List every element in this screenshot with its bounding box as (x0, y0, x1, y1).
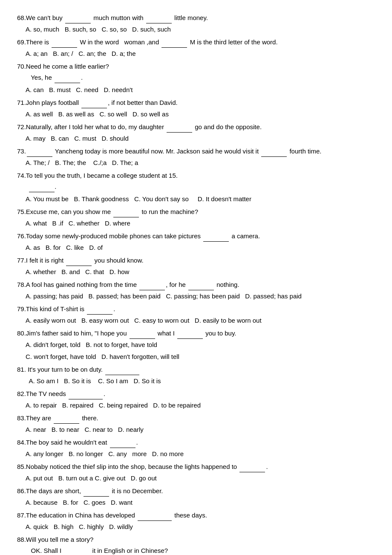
question-70: 70.Need he come a little earlier? Yes, h… (17, 61, 375, 95)
question-75: 75.Excuse me, can you show me to run the… (17, 207, 375, 228)
question-81: 81. It's your turn to be on duty. A. So … (17, 364, 375, 386)
q68-blank2 (146, 13, 172, 23)
question-76: 76.Today some newly-produced mobile phon… (17, 231, 375, 253)
q75-options: A. what B .if C. whether D. where (26, 218, 375, 228)
question-68: 68.We can't buy much mutton with little … (17, 13, 375, 35)
q83-text: 83.They are there. (17, 413, 375, 424)
q80-blank2 (177, 328, 203, 339)
q86-blank (84, 486, 109, 497)
q72-options: A. may B. can C. must D. should (26, 133, 375, 144)
q80-options1: A. didn't forget, told B. not to forget,… (26, 340, 375, 350)
q74-blank-line: . (26, 182, 375, 192)
q84-text: 84.The boy said he wouldn't eat . (17, 437, 375, 448)
q68-options: A. so, much B. such, so C. so, so D. suc… (26, 24, 375, 35)
q88-text: 88.Will you tell me a story? (17, 535, 375, 545)
question-87: 87.The education in China has developed … (17, 510, 375, 532)
q82-text: 82.The TV needs . (17, 389, 375, 399)
q85-options: A. put out B. turn out a C. give out D. … (26, 473, 375, 483)
q74-options: A. You must be B. Thank goodness C. You … (26, 194, 375, 204)
question-82: 82.The TV needs . A. to repair B. repair… (17, 389, 375, 410)
q77-text: 77.I felt it is right you should know. (17, 255, 375, 266)
q78-blank2 (188, 280, 214, 290)
q81-blank (105, 364, 139, 375)
q73-blank2 (261, 146, 287, 157)
q78-options: A. passing; has paid B. passed; has been… (26, 291, 375, 301)
q74-text: 74.To tell you the truth, I became a col… (17, 171, 375, 181)
q84-blank (110, 437, 135, 448)
q73-blank1 (27, 146, 52, 157)
q83-options: A. near B. to near C. near to D. nearly (26, 425, 375, 435)
q85-blank (239, 462, 265, 472)
q72-blank (167, 122, 192, 133)
q76-blank (203, 231, 229, 242)
q82-blank (69, 389, 103, 399)
q82-options: A. to repair B. repaired C. being repair… (26, 400, 375, 410)
question-80: 80.Jim's father said to him, "I hope you… (17, 328, 375, 362)
q79-text: 79.This kind of T-shirt is . (17, 304, 375, 315)
q68-text: 68.We can't buy much mutton with little … (17, 13, 375, 23)
q75-blank (113, 207, 139, 217)
q73-options: A. The; / B. The; the C./;a D. The; a (26, 158, 375, 168)
q70-sub: Yes, he . (26, 72, 375, 83)
q69-text: 69.There is W in the word woman ,and M i… (17, 37, 375, 48)
q78-blank1 (139, 280, 165, 290)
q80-options2: C. won't forget, have told D. haven't fo… (26, 352, 375, 362)
question-88: 88.Will you tell me a story? OK. Shall I… (17, 535, 375, 555)
q69-options: A. a; an B. an; / C. an; the D. a; the (26, 49, 375, 59)
q81-text: 81. It's your turn to be on duty. (17, 364, 375, 375)
question-86: 86.The days are short, it is no December… (17, 486, 375, 508)
question-84: 84.The boy said he wouldn't eat . A. any… (17, 437, 375, 459)
q83-blank (54, 413, 79, 424)
question-77: 77.I felt it is right you should know. A… (17, 255, 375, 277)
q85-text: 85.Nobaby noticed the thief slip into th… (17, 462, 375, 472)
q86-options: A. because B. for C. goes D. want (26, 497, 375, 508)
q76-text: 76.Today some newly-produced mobile phon… (17, 231, 375, 242)
q75-text: 75.Excuse me, can you show me to run the… (17, 207, 375, 217)
q73-text: 73. Yancheng today is more beautiful now… (17, 146, 375, 157)
q78-text: 78.A fool has gained nothing from the ti… (17, 280, 375, 290)
q72-text: 72.Naturally, after I told her what to d… (17, 122, 375, 133)
q76-options: A. as B. for C. like D. of (26, 243, 375, 253)
q81-options: A. So am I B. So it is C. So I am D. So … (26, 376, 375, 386)
q80-blank1 (130, 328, 155, 339)
q87-blank (138, 510, 172, 521)
q71-options: A. as well B. as well as C. so well D. s… (26, 109, 375, 119)
q70-options: A. can B. must C. need D. needn't (26, 85, 375, 95)
q71-blank (81, 98, 107, 108)
question-79: 79.This kind of T-shirt is . A. easily w… (17, 304, 375, 326)
q80-text: 80.Jim's father said to him, "I hope you… (17, 328, 375, 339)
questions-container: 68.We can't buy much mutton with little … (17, 13, 375, 555)
question-71: 71.John plays football , if not better t… (17, 98, 375, 119)
q70-text: 70.Need he come a little earlier? (17, 61, 375, 72)
q86-text: 86.The days are short, it is no December… (17, 486, 375, 497)
q69-blank2 (161, 37, 187, 48)
q84-options: A. any longer B. no longer C. any more D… (26, 449, 375, 459)
q88-blank (64, 546, 89, 555)
q79-blank (87, 304, 112, 315)
q77-blank (66, 255, 92, 266)
q68-blank1 (65, 13, 91, 23)
q88-sub: OK. Shall I it in English or in Chinese? (26, 546, 375, 555)
q79-options: A. easily worn out B. easy worn out C. e… (26, 315, 375, 326)
question-73: 73. Yancheng today is more beautiful now… (17, 146, 375, 168)
q69-blank1 (52, 37, 77, 48)
q71-text: 71.John plays football , if not better t… (17, 98, 375, 108)
question-72: 72.Naturally, after I told her what to d… (17, 122, 375, 144)
question-78: 78.A fool has gained nothing from the ti… (17, 280, 375, 301)
q77-options: A. whether B. and C. that D. how (26, 267, 375, 277)
q87-options: A. quick B. high C. highly D. wildly (26, 522, 375, 532)
question-83: 83.They are there. A. near B. to near C.… (17, 413, 375, 435)
question-69: 69.There is W in the word woman ,and M i… (17, 37, 375, 59)
q70-blank (55, 72, 80, 83)
q87-text: 87.The education in China has developed … (17, 510, 375, 521)
question-85: 85.Nobaby noticed the thief slip into th… (17, 462, 375, 483)
question-74: 74.To tell you the truth, I became a col… (17, 171, 375, 204)
